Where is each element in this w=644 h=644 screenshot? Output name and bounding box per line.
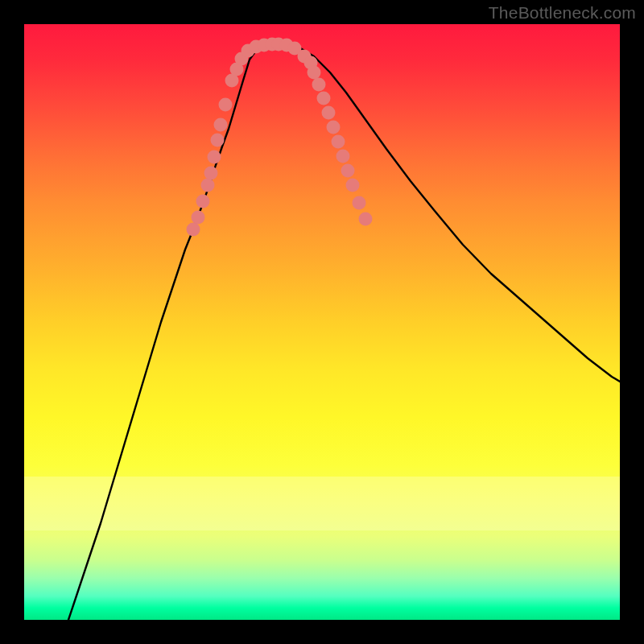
curve-marker <box>192 211 205 225</box>
curve-marker <box>204 167 218 180</box>
chart-frame: TheBottleneck.com <box>0 0 644 644</box>
plot-area <box>24 24 620 620</box>
chart-svg <box>24 24 620 620</box>
curve-marker <box>332 135 345 149</box>
curve-marker <box>322 106 336 120</box>
curve-marker <box>211 134 225 147</box>
curve-marker <box>341 164 355 178</box>
curve-marker <box>346 179 360 192</box>
curve-marker <box>196 195 210 208</box>
curve-marker <box>219 98 233 112</box>
watermark-text: TheBottleneck.com <box>489 3 636 23</box>
curve-marker <box>201 179 215 192</box>
curve-marker <box>317 92 331 105</box>
curve-marker <box>359 213 373 226</box>
bottleneck-curve <box>68 44 620 620</box>
curve-marker <box>208 151 221 164</box>
curve-marker <box>336 150 350 163</box>
curve-marker <box>312 78 326 92</box>
curve-marker <box>187 223 200 237</box>
curve-marker <box>327 121 341 134</box>
curve-marker <box>308 66 321 80</box>
curve-marker <box>353 196 366 210</box>
curve-marker <box>214 118 228 132</box>
